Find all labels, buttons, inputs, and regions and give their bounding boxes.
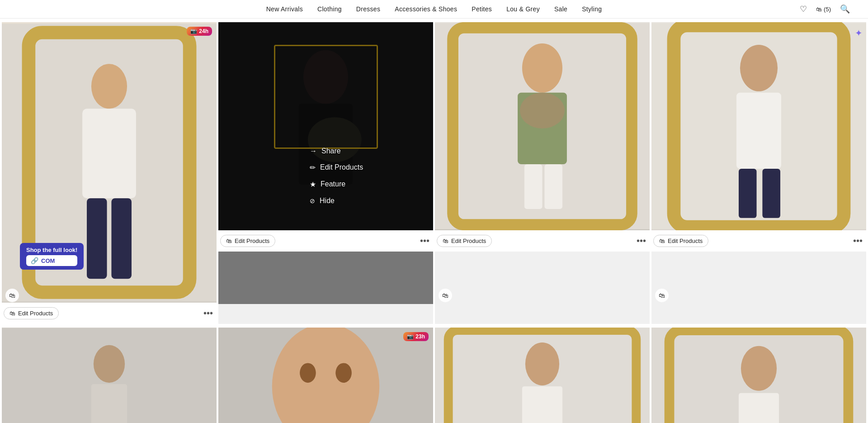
- svg-rect-3: [82, 109, 136, 198]
- bottom-svg-2: [218, 328, 433, 423]
- bag-icon-3[interactable]: 🛍: [439, 289, 452, 302]
- more-options-button-3[interactable]: •••: [635, 234, 648, 248]
- svg-point-12: [522, 43, 562, 93]
- post-svg-3: [435, 22, 650, 230]
- card-footer-1: 🛍 Edit Products •••: [2, 303, 217, 324]
- bottom-svg-4: [651, 328, 866, 423]
- main-grid: 📷 24h 🛍 Shop the full look! 🔗 COM 🛍 Edit…: [0, 19, 868, 328]
- svg-point-27: [272, 328, 380, 423]
- instagram-time-b2: 23h: [415, 333, 425, 340]
- nav-right-icons: ♡ 🛍 (5) 🔍: [800, 4, 850, 14]
- svg-rect-25: [91, 384, 127, 423]
- post-card-2: → Share ✏ Edit Products ★ Feature ⊘ Hide…: [218, 22, 433, 324]
- svg-rect-15: [524, 164, 542, 209]
- svg-rect-20: [736, 93, 781, 169]
- bottom-image-2: [218, 328, 433, 423]
- feature-label: Feature: [321, 180, 345, 188]
- card-footer-2: 🛍 Edit Products •••: [218, 230, 433, 252]
- svg-point-14: [520, 93, 565, 128]
- main-nav: New Arrivals Clothing Dresses Accessorie…: [0, 0, 868, 19]
- bottom-svg-1: [2, 328, 217, 423]
- search-icon[interactable]: 🔍: [840, 4, 850, 14]
- post-svg-4: [651, 22, 866, 230]
- bottom-card-3: [435, 328, 650, 423]
- edit-icon: ✏: [310, 163, 316, 172]
- edit-products-button-2[interactable]: 🛍 Edit Products: [220, 235, 275, 247]
- shop-bag-icon-3: 🛍: [443, 238, 448, 244]
- post-image-3: [435, 22, 650, 230]
- shop-sticker-text: Shop the full look!: [26, 247, 77, 253]
- svg-point-19: [740, 45, 778, 91]
- bottom-image-3: [435, 328, 650, 423]
- nav-item-lou-grey[interactable]: Lou & Grey: [506, 5, 540, 13]
- edit-products-label-1: Edit Products: [18, 310, 53, 317]
- shop-bag-icon-4: 🛍: [659, 238, 665, 244]
- wishlist-icon[interactable]: ♡: [800, 4, 807, 14]
- sparkle-icon-4: ✦: [855, 28, 863, 38]
- instagram-badge-1: 📷 24h: [187, 27, 212, 36]
- bottom-svg-3: [435, 328, 650, 423]
- svg-point-2: [91, 64, 127, 109]
- nav-item-sale[interactable]: Sale: [554, 5, 567, 13]
- card-footer-3: 🛍 Edit Products •••: [435, 230, 650, 252]
- svg-point-32: [525, 342, 559, 385]
- bottom-card-4: [651, 328, 866, 423]
- edit-products-label-2: Edit Products: [235, 238, 269, 244]
- share-icon: →: [310, 147, 317, 155]
- context-menu-feature[interactable]: ★ Feature: [310, 180, 363, 189]
- bottom-card-2: 📷 23h: [218, 328, 433, 423]
- bottom-image-4: [651, 328, 866, 423]
- edit-products-button-4[interactable]: 🛍 Edit Products: [653, 235, 708, 247]
- context-menu-share[interactable]: → Share: [310, 147, 363, 155]
- context-menu-edit[interactable]: ✏ Edit Products: [310, 163, 363, 172]
- svg-rect-22: [762, 169, 780, 218]
- context-menu: → Share ✏ Edit Products ★ Feature ⊘ Hide: [310, 147, 363, 205]
- instagram-icon-b2: 📷: [407, 333, 414, 340]
- svg-rect-21: [739, 169, 757, 218]
- shop-sticker-1[interactable]: Shop the full look! 🔗 COM: [20, 243, 84, 270]
- context-menu-hide[interactable]: ⊘ Hide: [310, 197, 363, 205]
- share-label: Share: [321, 147, 341, 155]
- svg-point-29: [335, 363, 352, 383]
- shop-bag-icon-1: 🛍: [9, 310, 15, 317]
- post-card-1: 📷 24h 🛍 Shop the full look! 🔗 COM 🛍 Edit…: [2, 22, 217, 324]
- shop-bag-icon-2: 🛍: [226, 238, 232, 244]
- link-icon: 🔗: [31, 257, 38, 264]
- svg-point-36: [741, 346, 777, 391]
- more-options-button-4[interactable]: •••: [851, 234, 864, 248]
- instagram-icon-1: 📷: [190, 28, 197, 34]
- cart-button[interactable]: 🛍 (5): [816, 6, 831, 13]
- star-icon: ★: [310, 180, 316, 189]
- bottom-image-1: [2, 328, 217, 423]
- more-options-button-1[interactable]: •••: [202, 306, 215, 320]
- hide-label: Hide: [320, 197, 335, 205]
- instagram-time-1: 24h: [199, 28, 208, 34]
- nav-item-accessories[interactable]: Accessories & Shoes: [395, 5, 457, 13]
- shop-sticker-link[interactable]: 🔗 COM: [26, 255, 77, 266]
- post-card-3: 🛍 🛍 Edit Products •••: [435, 22, 650, 324]
- edit-products-label-3: Edit Products: [451, 238, 486, 244]
- nav-item-new-arrivals[interactable]: New Arrivals: [266, 5, 303, 13]
- instagram-badge-b2: 📷 23h: [403, 332, 429, 341]
- svg-rect-4: [87, 198, 107, 279]
- edit-products-label-4: Edit Products: [668, 238, 703, 244]
- hide-icon: ⊘: [310, 197, 315, 204]
- more-options-button-2[interactable]: •••: [418, 234, 431, 248]
- bag-icon-4[interactable]: 🛍: [655, 289, 669, 302]
- post-card-4: ✦ 🛍 🛍 Edit Products •••: [651, 22, 866, 324]
- nav-item-styling[interactable]: Styling: [582, 5, 602, 13]
- svg-rect-33: [522, 386, 562, 423]
- bottom-grid: 🛍 Edit Products ••• 📷 23h: [0, 328, 868, 423]
- svg-rect-37: [739, 393, 779, 423]
- bag-icon-1[interactable]: 🛍: [5, 289, 19, 302]
- edit-products-button-3[interactable]: 🛍 Edit Products: [437, 235, 492, 247]
- card-footer-4: 🛍 Edit Products •••: [651, 230, 866, 252]
- nav-item-petites[interactable]: Petites: [472, 5, 492, 13]
- edit-products-button-1[interactable]: 🛍 Edit Products: [4, 307, 59, 319]
- svg-rect-5: [111, 198, 132, 279]
- svg-rect-16: [544, 164, 562, 209]
- nav-item-clothing[interactable]: Clothing: [317, 5, 342, 13]
- edit-label: Edit Products: [320, 163, 363, 171]
- nav-item-dresses[interactable]: Dresses: [356, 5, 380, 13]
- shop-link-text: COM: [41, 257, 55, 264]
